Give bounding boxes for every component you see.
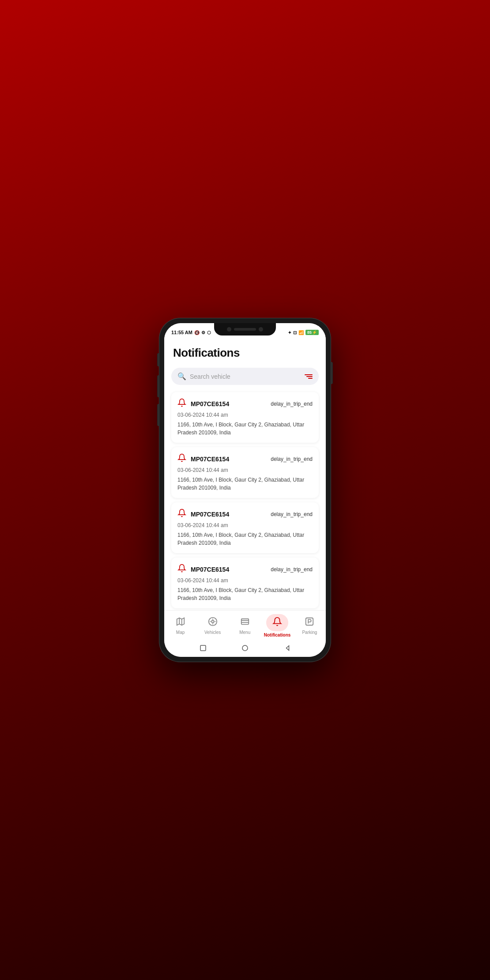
menu-icon — [240, 617, 250, 629]
time-display: 11:55 AM — [171, 330, 192, 335]
filter-line-2 — [306, 376, 313, 377]
svg-rect-2 — [241, 619, 249, 625]
layers-icon: ⬡ — [207, 330, 211, 335]
nav-label-notifications: Notifications — [264, 633, 291, 637]
nav-item-map[interactable]: Map — [167, 617, 194, 635]
event-type: delay_in_trip_end — [271, 566, 313, 573]
address: 1166, 10th Ave, I Block, Gaur City 2, Gh… — [177, 586, 313, 602]
settings-icon: ⚙ — [201, 330, 205, 335]
nav-label-menu: Menu — [239, 630, 250, 635]
notifications-list: MP07CE6154 delay_in_trip_end 03-06-2024 … — [164, 389, 326, 610]
filter-line-3 — [308, 378, 313, 379]
filter-line-1 — [305, 374, 313, 375]
vehicle-id: MP07CE6154 — [191, 456, 229, 463]
parking-icon — [305, 617, 314, 629]
address: 1166, 10th Ave, I Block, Gaur City 2, Gh… — [177, 421, 313, 437]
card-left: MP07CE6154 — [177, 453, 229, 464]
sensor — [259, 327, 263, 332]
page-title: Notifications — [173, 346, 317, 360]
phone-notch — [214, 323, 276, 335]
volume-down-button — [157, 404, 159, 426]
timestamp: 03-06-2024 10:44 am — [177, 577, 313, 584]
card-header-row: MP07CE6154 delay_in_trip_end — [177, 398, 313, 409]
card-header-row: MP07CE6154 delay_in_trip_end — [177, 509, 313, 520]
volume-up-button — [157, 375, 159, 397]
home-button[interactable] — [241, 644, 249, 652]
notification-card[interactable]: MP07CE6154 delay_in_trip_end 03-06-2024 … — [171, 447, 319, 498]
svg-marker-6 — [286, 646, 289, 651]
back-button[interactable] — [283, 644, 291, 652]
svg-point-5 — [242, 645, 248, 651]
search-input[interactable]: Search vehicle — [190, 373, 301, 380]
notifications-nav-icon — [272, 618, 282, 628]
vehicles-icon — [208, 617, 218, 629]
address: 1166, 10th Ave, I Block, Gaur City 2, Gh… — [177, 531, 313, 547]
timestamp: 03-06-2024 10:44 am — [177, 412, 313, 418]
front-camera — [227, 327, 231, 332]
search-icon: 🔍 — [177, 372, 186, 381]
event-type: delay_in_trip_end — [271, 401, 313, 407]
system-nav-bar — [164, 640, 326, 657]
notification-card[interactable]: MP07CE6154 delay_in_trip_end 03-06-2024 … — [171, 392, 319, 443]
bell-icon — [177, 398, 186, 409]
card-left: MP07CE6154 — [177, 509, 229, 520]
nav-label-vehicles: Vehicles — [204, 630, 221, 635]
search-bar[interactable]: 🔍 Search vehicle — [171, 368, 319, 385]
screenshot-icon: ⊡ — [293, 330, 297, 335]
status-right: ✦ ⊡ 📶 85 ⚡ — [288, 330, 319, 335]
vehicle-id: MP07CE6154 — [191, 511, 229, 518]
phone-screen: 11:55 AM 🔇 ⚙ ⬡ ✦ ⊡ 📶 85 ⚡ Notifications — [164, 323, 326, 657]
map-icon — [176, 617, 185, 629]
event-type: delay_in_trip_end — [271, 511, 313, 517]
notification-card[interactable]: MP07CE6154 delay_in_trip_end 03-06-2024 … — [171, 558, 319, 608]
mute-icon: 🔇 — [194, 330, 200, 335]
svg-rect-4 — [200, 645, 206, 651]
bell-icon — [177, 509, 186, 520]
nav-label-map: Map — [176, 630, 185, 635]
timestamp: 03-06-2024 10:44 am — [177, 522, 313, 528]
timestamp: 03-06-2024 10:44 am — [177, 467, 313, 473]
bell-icon — [177, 564, 186, 575]
notification-card[interactable]: MP07CE6154 delay_in_trip_end 03-06-2024 … — [171, 502, 319, 553]
nav-item-menu[interactable]: Menu — [232, 617, 258, 635]
mute-button — [157, 353, 159, 366]
nav-item-notifications[interactable]: Notifications — [264, 614, 291, 637]
phone-device: 11:55 AM 🔇 ⚙ ⬡ ✦ ⊡ 📶 85 ⚡ Notifications — [159, 318, 331, 662]
card-left: MP07CE6154 — [177, 398, 229, 409]
page-header: Notifications — [164, 339, 326, 364]
status-left: 11:55 AM 🔇 ⚙ ⬡ — [171, 330, 211, 335]
address: 1166, 10th Ave, I Block, Gaur City 2, Gh… — [177, 476, 313, 492]
card-header-row: MP07CE6154 delay_in_trip_end — [177, 564, 313, 575]
event-type: delay_in_trip_end — [271, 456, 313, 462]
power-button — [331, 362, 333, 384]
battery-indicator: 85 ⚡ — [305, 330, 319, 335]
bell-icon — [177, 453, 186, 464]
nav-item-parking[interactable]: Parking — [296, 617, 323, 635]
svg-point-1 — [211, 620, 214, 623]
wifi-icon: 📶 — [298, 330, 304, 335]
card-left: MP07CE6154 — [177, 564, 229, 575]
card-header-row: MP07CE6154 delay_in_trip_end — [177, 453, 313, 464]
recent-apps-button[interactable] — [199, 644, 207, 652]
filter-icon[interactable] — [305, 374, 313, 379]
speaker — [234, 328, 256, 331]
bottom-nav: Map Vehicles — [164, 610, 326, 640]
vehicle-id: MP07CE6154 — [191, 400, 229, 407]
notifications-icon-wrap — [266, 614, 288, 631]
bluetooth-icon: ✦ — [288, 330, 291, 335]
vehicle-id: MP07CE6154 — [191, 566, 229, 573]
screen-content: Notifications 🔍 Search vehicle — [164, 339, 326, 610]
nav-label-parking: Parking — [302, 630, 317, 635]
nav-item-vehicles[interactable]: Vehicles — [200, 617, 226, 635]
